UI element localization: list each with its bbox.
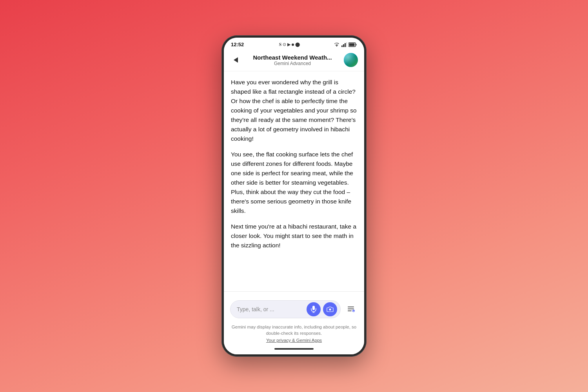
back-arrow-icon xyxy=(234,57,238,63)
svg-rect-0 xyxy=(341,45,343,47)
input-area: Type, talk, or ... xyxy=(224,296,364,321)
status-bar: 12:52 𝐒 ⊙ ▶ ⬤ xyxy=(224,38,364,50)
status-time: 12:52 xyxy=(231,42,244,47)
status-app-icons: 𝐒 ⊙ ▶ ⬤ xyxy=(279,42,300,47)
connectivity-icons xyxy=(334,42,357,47)
wifi-icon xyxy=(334,42,340,47)
mic-button[interactable] xyxy=(307,302,321,316)
disclaimer-main-text: Gemini may display inaccurate info, incl… xyxy=(230,324,358,336)
dot-separator xyxy=(292,44,294,46)
input-pill[interactable]: Type, talk, or ... xyxy=(230,300,341,318)
avatar-image xyxy=(344,53,358,67)
svg-text:✦: ✦ xyxy=(353,310,355,312)
svg-rect-5 xyxy=(356,44,357,45)
bars-icon: ✦ xyxy=(347,305,355,314)
home-indicator xyxy=(224,345,364,354)
bars-button[interactable]: ✦ xyxy=(344,302,358,316)
svg-rect-12 xyxy=(348,309,354,309)
avatar[interactable] xyxy=(344,53,358,67)
app-header: Northeast Weekend Weath... Gemini Advanc… xyxy=(224,50,364,71)
message-paragraph-2: You see, the flat cooking surface lets t… xyxy=(231,150,357,216)
privacy-link[interactable]: Your privacy & Gemini Apps xyxy=(266,338,322,343)
content-area[interactable]: Have you ever wondered why the grill is … xyxy=(224,71,364,287)
svg-rect-2 xyxy=(345,43,346,47)
phone-device: 12:52 𝐒 ⊙ ▶ ⬤ xyxy=(221,35,367,357)
input-placeholder-text: Type, talk, or ... xyxy=(237,306,304,312)
svg-rect-3 xyxy=(346,42,347,47)
back-button[interactable] xyxy=(230,54,241,65)
disclaimer-area: Gemini may display inaccurate info, incl… xyxy=(224,321,364,345)
app-icon-g: ⊙ xyxy=(283,42,286,47)
phone-screen: 12:52 𝐒 ⊙ ▶ ⬤ xyxy=(224,38,364,354)
header-text-group: Northeast Weekend Weath... Gemini Advanc… xyxy=(245,54,340,66)
divider-line xyxy=(224,291,364,292)
svg-rect-11 xyxy=(348,307,354,307)
app-icon-yt: ▶ xyxy=(287,42,290,47)
conversation-title: Northeast Weekend Weath... xyxy=(253,54,332,61)
svg-point-10 xyxy=(329,309,331,310)
home-bar xyxy=(274,348,314,350)
app-icon-circle: ⬤ xyxy=(295,42,300,47)
signal-icon xyxy=(341,42,347,47)
input-row: Type, talk, or ... xyxy=(230,300,358,318)
mic-icon xyxy=(310,306,317,313)
svg-rect-1 xyxy=(343,44,344,47)
svg-rect-6 xyxy=(349,43,355,46)
message-paragraph-1: Have you ever wondered why the grill is … xyxy=(231,78,357,143)
message-paragraph-3: Next time you're at a hibachi restaurant… xyxy=(231,222,357,250)
camera-button[interactable] xyxy=(323,302,337,316)
battery-icon xyxy=(348,42,357,47)
svg-rect-7 xyxy=(312,306,315,310)
app-subtitle: Gemini Advanced xyxy=(274,61,311,66)
camera-icon xyxy=(327,307,334,312)
svg-rect-13 xyxy=(348,310,352,311)
app-icon-s: 𝐒 xyxy=(279,42,281,47)
